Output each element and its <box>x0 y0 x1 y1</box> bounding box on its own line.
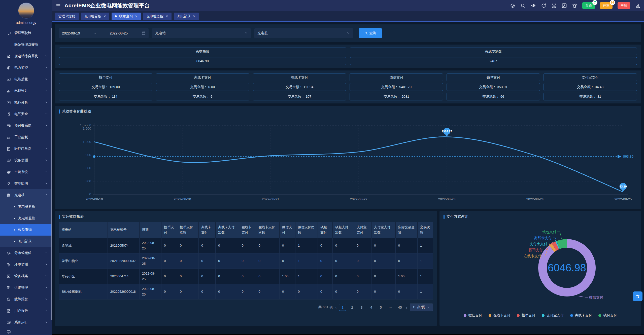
hamburger-menu-icon[interactable] <box>56 3 61 8</box>
refresh-icon <box>541 3 546 8</box>
sidebar-item-医院管理驾驶舱[interactable]: 医院管理驾驶舱 <box>0 39 52 50</box>
sidebar-item-电气安全[interactable]: 电气安全 <box>0 108 52 120</box>
pagination-next[interactable]: › <box>406 305 407 310</box>
sidebar-item-电能质量[interactable]: 电能质量 <box>0 73 52 85</box>
sidebar-subitem-收益查询[interactable]: 收益查询 <box>0 224 52 236</box>
close-icon[interactable]: ✕ <box>104 15 106 18</box>
sidebar-item-运维管理[interactable]: 运维管理 <box>0 282 52 293</box>
sidebar-item-管理驾驶舱[interactable]: 管理驾驶舱 <box>0 27 52 39</box>
tab-管理驾驶舱[interactable]: 管理驾驶舱 <box>55 13 79 20</box>
sidebar-item-故障报警[interactable]: 故障报警 <box>0 293 52 305</box>
fullscreen-icon[interactable] <box>551 3 557 8</box>
legend-item-在线卡支付[interactable]: 在线卡支付 <box>489 313 511 318</box>
pagination-prev[interactable]: ‹ <box>335 305 336 310</box>
table-cell: 1 <box>417 284 433 300</box>
sidebar-item-环境监测[interactable]: 环境监测 <box>0 259 52 270</box>
pile-select[interactable]: 充电桩 <box>254 28 353 38</box>
sidebar-item-系统运行[interactable]: 系统运行 <box>0 317 52 328</box>
tab-收益查询[interactable]: 收益查询✕ <box>112 13 141 20</box>
table-cell: 0 <box>177 284 198 300</box>
table-header-投币支付次数: 投币支付次数 <box>177 222 198 238</box>
sidebar-item-设备监测[interactable]: 设备监测 <box>0 155 52 166</box>
sidebar-item-label: 电能统计 <box>14 89 45 93</box>
volume-icon[interactable] <box>531 3 536 8</box>
sidebar-subitem-充电桩看板[interactable]: 充电桩看板 <box>0 201 52 212</box>
sidebar-item-分布式光伏[interactable]: 分布式光伏 <box>0 247 52 259</box>
tab-label: 充电桩监控 <box>146 14 163 19</box>
refresh-icon[interactable] <box>541 3 546 8</box>
table-cell: 0 <box>199 253 216 269</box>
table-row[interactable]: 花果山物业202102200000372022-08-2500000001000… <box>59 253 433 269</box>
sidebar-item-电力监控[interactable]: 电力监控 <box>0 62 52 73</box>
legend-item-钱包支付[interactable]: 钱包支付 <box>598 313 617 318</box>
legend-item-支付宝支付[interactable]: 支付宝支付 <box>542 313 564 318</box>
tab-充电记录[interactable]: 充电记录✕ <box>174 13 199 20</box>
sidebar-item-label: 电气安全 <box>14 112 45 116</box>
chevron-down-icon <box>45 54 48 58</box>
close-icon[interactable]: ✕ <box>135 15 138 18</box>
close-icon[interactable]: ✕ <box>193 15 195 18</box>
sidebar-item-医疗IT系统[interactable]: 医疗IT系统 <box>0 143 52 155</box>
sidebar-subitem-充电记录[interactable]: 充电记录 <box>0 236 52 247</box>
table-row[interactable]: 希望城20210050742022-08-2500000001000001 <box>59 238 433 253</box>
industrial-energy-icon <box>7 135 11 139</box>
page-size-select[interactable]: 15 条/页 <box>410 304 433 311</box>
pagination-page-45[interactable]: 45 <box>396 304 403 311</box>
table-cell: 0 <box>318 253 333 269</box>
sidebar-scrollbar[interactable] <box>51 28 52 320</box>
table-row[interactable]: 畅达峰东侧地202205260000182022-08-250000000000… <box>59 284 433 300</box>
query-button[interactable]: 查询 <box>359 28 382 38</box>
sidebar-item-空调系统[interactable]: 空调系统 <box>0 166 52 178</box>
table-header-钱包支付: 钱包支付 <box>318 222 333 238</box>
sidebar-item-能耗分析[interactable]: 能耗分析 <box>0 97 52 108</box>
sidebar-item-充电桩[interactable]: 充电桩 <box>0 189 52 201</box>
alarm-button-严重[interactable]: 严重84 <box>600 2 613 9</box>
table-panel: 实际收益报表 充电站充电桩编号日期投币支付投币支付次数离线卡支付离线卡支付次数在… <box>55 211 437 326</box>
chevron-down-icon <box>45 124 48 128</box>
table-cell: 0 <box>256 238 279 253</box>
translate-icon[interactable] <box>562 3 567 8</box>
close-icon[interactable]: ✕ <box>166 15 168 18</box>
pagination-page-4[interactable]: 4 <box>368 304 375 311</box>
tab-label: 充电记录 <box>177 14 191 19</box>
theme-shirt-icon[interactable] <box>572 3 577 8</box>
tab-充电桩看板[interactable]: 充电桩看板✕ <box>81 13 110 20</box>
legend-item-离线卡支付[interactable]: 离线卡支付 <box>570 313 592 318</box>
search-icon[interactable] <box>520 3 526 8</box>
table-cell: 0 <box>318 238 333 253</box>
sidebar-item-预付费系统[interactable]: 预付费系统 <box>0 120 52 131</box>
alarm-button-普通[interactable]: 普通7 <box>582 2 595 9</box>
svg-text:53.29: 53.29 <box>620 185 627 188</box>
hvac-icon <box>7 170 11 174</box>
table-cell: 0 <box>199 238 216 253</box>
sidebar-item-用户报告[interactable]: 用户报告 <box>0 305 52 317</box>
sidebar-subitem-充电桩监控[interactable]: 充电桩监控 <box>0 212 52 224</box>
table-header-在线卡支付次数: 在线卡支付次数 <box>256 222 279 238</box>
aim-icon[interactable] <box>510 3 515 8</box>
table-cell: 畅达峰东侧地 <box>59 284 108 300</box>
sidebar-item-工业能耗[interactable]: 工业能耗 <box>0 131 52 143</box>
alarm-button-事故[interactable]: 事故 <box>618 2 630 9</box>
calendar-icon <box>142 31 146 36</box>
table-row[interactable]: 华苑小区20200047142022-08-250000001.00100001… <box>59 269 433 284</box>
legend-item-微信支付[interactable]: 微信支付 <box>464 313 482 318</box>
tab-充电桩监控[interactable]: 充电桩监控✕ <box>143 13 172 20</box>
sidebar-item-智能照明[interactable]: 智能照明 <box>0 178 52 189</box>
chevron-down-icon <box>45 112 48 115</box>
pagination-page-1[interactable]: 1 <box>339 304 346 311</box>
sidebar-item-设备档案[interactable]: 设备档案 <box>0 270 52 282</box>
sidebar-item-partial[interactable] <box>0 328 52 335</box>
station-select[interactable]: 充电站 <box>152 28 251 38</box>
table-cell: 0 <box>177 269 198 284</box>
date-range-input[interactable]: 2022-08-19 ~ 2022-08-25 <box>59 28 149 38</box>
pagination-page-2[interactable]: 2 <box>349 304 356 311</box>
pagination-page-5[interactable]: 5 <box>377 304 384 311</box>
chevron-down-icon <box>45 309 48 313</box>
legend-item-投币支付[interactable]: 投币支付 <box>517 313 535 318</box>
bullet-icon <box>14 218 15 219</box>
settings-slider-button[interactable] <box>633 291 642 301</box>
pagination-page-3[interactable]: 3 <box>358 304 365 311</box>
sidebar-item-电能统计[interactable]: 电能统计 <box>0 85 52 97</box>
user-icon[interactable] <box>635 3 640 8</box>
sidebar-item-变电站综自系统[interactable]: 变电站综自系统 <box>0 50 52 62</box>
